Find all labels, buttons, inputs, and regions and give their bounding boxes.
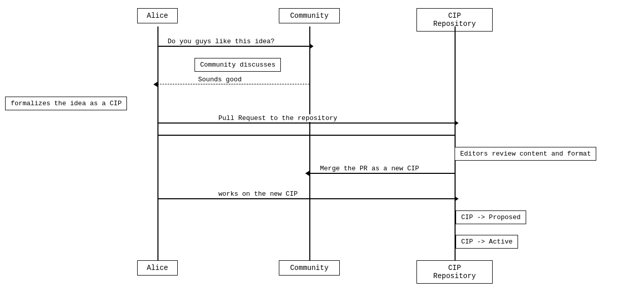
lifeline-community — [309, 26, 310, 260]
label-pull-request: Pull Request to the repository — [218, 114, 337, 122]
lifeline-cip-repo — [455, 26, 456, 260]
label-sounds-good: Sounds good — [198, 76, 242, 83]
label-idea: Do you guys like this idea? — [168, 38, 275, 45]
actor-community-top: Community — [279, 8, 340, 23]
lifeline-alice — [157, 26, 158, 260]
note-editors-review: Editors review content and format — [455, 147, 596, 161]
label-merge-pr: Merge the PR as a new CIP — [320, 165, 419, 172]
actor-community-bottom: Community — [279, 260, 340, 276]
label-works-on: works on the new CIP — [218, 190, 298, 198]
note-cip-active: CIP -> Active — [456, 235, 518, 249]
actor-alice-bottom: Alice — [137, 260, 178, 276]
sequence-diagram: Alice Community CIP Repository Do you gu… — [0, 0, 644, 304]
actor-cip-repo-bottom: CIP Repository — [416, 260, 493, 284]
note-formalizes: formalizes the idea as a CIP — [5, 97, 127, 110]
note-cip-proposed: CIP -> Proposed — [456, 210, 526, 224]
actor-alice-top: Alice — [137, 8, 178, 23]
note-community-discusses: Community discusses — [195, 58, 281, 72]
